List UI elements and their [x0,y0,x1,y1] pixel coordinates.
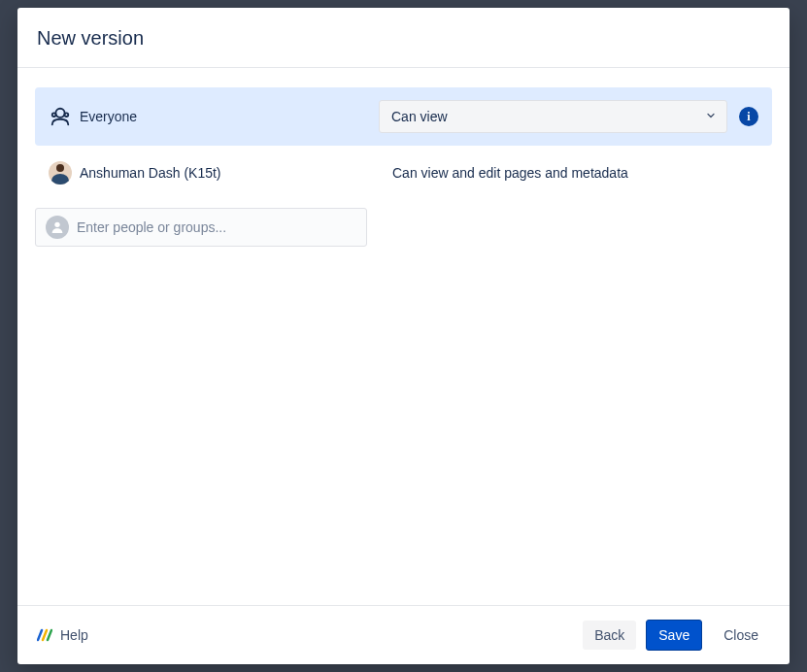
close-button[interactable]: Close [712,621,770,650]
modal-body: Everyone Can view i [17,68,790,605]
people-search-box[interactable] [35,208,367,247]
user-row-left: Anshuman Dash (K15t) [49,161,379,185]
user-permission-text: Can view and edit pages and metadata [379,165,628,181]
save-button[interactable]: Save [646,620,702,651]
svg-point-1 [52,113,56,117]
chevron-down-icon [705,109,717,124]
everyone-label: Everyone [80,109,137,124]
footer-buttons: Back Save Close [583,620,770,651]
modal-footer: Help Back Save Close [17,605,790,664]
everyone-row-right: Can view i [379,100,758,133]
info-icon[interactable]: i [739,107,758,126]
everyone-row: Everyone Can view i [35,87,772,146]
user-row-right: Can view and edit pages and metadata [379,165,758,181]
help-label: Help [60,627,88,643]
everyone-row-left: Everyone [49,105,379,128]
everyone-select-wrap: Can view [379,100,727,133]
user-row: Anshuman Dash (K15t) Can view and edit p… [35,146,772,200]
everyone-permission-select[interactable]: Can view [379,100,727,133]
svg-point-0 [55,109,64,118]
permissions-modal: New version Everyone Can view [17,8,790,664]
people-search-input[interactable] [77,219,356,235]
user-name: Anshuman Dash (K15t) [80,165,221,181]
people-icon [49,105,72,128]
search-row [35,208,367,247]
person-placeholder-icon [46,216,69,239]
svg-point-2 [65,113,69,117]
modal-title: New version [37,27,770,50]
user-avatar [49,161,72,185]
help-link[interactable]: Help [37,627,88,643]
help-logo-icon [37,628,52,642]
back-button[interactable]: Back [583,621,636,650]
everyone-permission-value: Can view [391,109,448,124]
svg-point-3 [54,222,59,227]
modal-header: New version [17,8,790,68]
